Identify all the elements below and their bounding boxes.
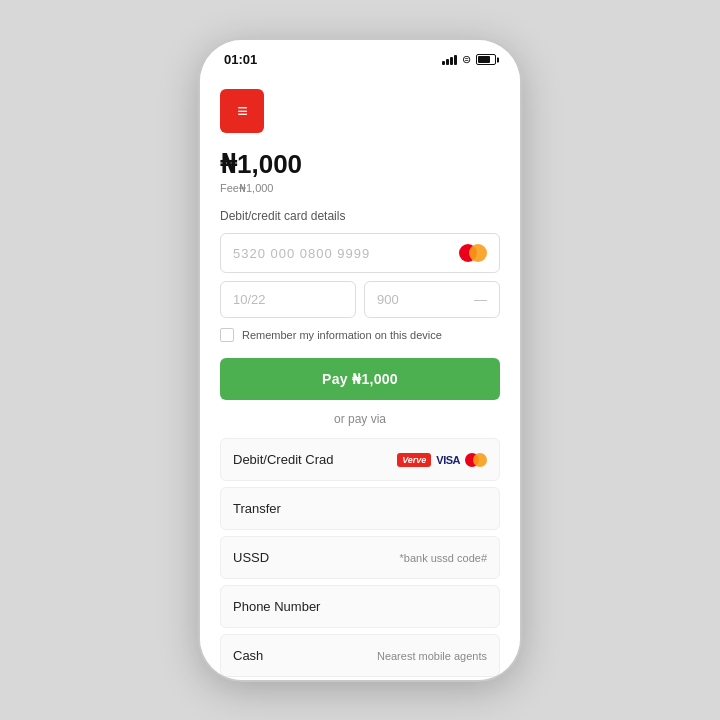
cash-option-right: Nearest mobile agents [377,650,487,662]
debit-option-logos: Verve VISA [397,453,487,467]
mastercard-small-icon [465,453,487,467]
ussd-option-label: USSD [233,550,269,565]
logo-symbol: ≡ [237,102,247,120]
payment-option-debit[interactable]: Debit/Credit Crad Verve VISA [220,438,500,481]
or-via-label: or pay via [220,412,500,426]
card-number-text: 5320 000 0800 9999 [233,246,370,261]
card-logos [459,244,487,262]
pay-button[interactable]: Pay ₦1,000 [220,358,500,400]
signal-icon [442,55,457,65]
remember-label: Remember my information on this device [242,329,442,341]
expiry-text: 10/22 [233,292,266,307]
expiry-cvv-row: 10/22 900 — [220,281,500,318]
debit-option-label: Debit/Credit Crad [233,452,333,467]
remember-row[interactable]: Remember my information on this device [220,328,500,342]
payment-option-phone[interactable]: Phone Number [220,585,500,628]
phone-shell: 01:01 ⊜ ≡ ₦1,000 Fee₦1,000 [200,40,520,680]
status-icons: ⊜ [442,53,496,66]
wifi-icon: ⊜ [462,53,471,66]
phone-option-label: Phone Number [233,599,320,614]
card-section-label: Debit/credit card details [220,209,500,223]
card-number-field[interactable]: 5320 000 0800 9999 [220,233,500,273]
remember-checkbox[interactable] [220,328,234,342]
payment-options-list: Debit/Credit Crad Verve VISA Transfer [220,438,500,680]
status-bar: 01:01 ⊜ [200,40,520,73]
app-logo: ≡ [220,89,264,133]
payment-option-ussd[interactable]: USSD *bank ussd code# [220,536,500,579]
cvv-dash: — [474,292,487,307]
visa-icon: VISA [436,454,460,466]
battery-icon [476,54,496,65]
verve-badge: Verve [397,453,431,467]
cash-option-label: Cash [233,648,263,663]
status-time: 01:01 [224,52,257,67]
payment-option-cash[interactable]: Cash Nearest mobile agents [220,634,500,677]
cvv-field[interactable]: 900 — [364,281,500,318]
transfer-option-label: Transfer [233,501,281,516]
content: ≡ ₦1,000 Fee₦1,000 Debit/credit card det… [200,73,520,680]
fee-text: Fee₦1,000 [220,182,500,195]
screen: ≡ ₦1,000 Fee₦1,000 Debit/credit card det… [200,73,520,680]
payment-option-transfer[interactable]: Transfer [220,487,500,530]
mastercard-icon [459,244,487,262]
ussd-option-right: *bank ussd code# [400,552,487,564]
expiry-field[interactable]: 10/22 [220,281,356,318]
cvv-text: 900 [377,292,399,307]
payment-amount: ₦1,000 [220,149,500,180]
